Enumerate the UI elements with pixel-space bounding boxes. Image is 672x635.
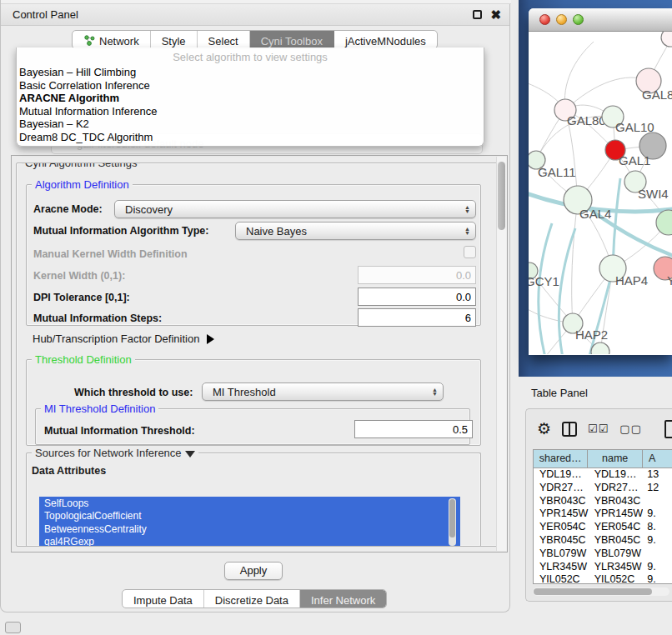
collapsed-panel-icon[interactable] bbox=[5, 622, 21, 633]
group-title: Algorithm Definition bbox=[32, 178, 133, 191]
table-row[interactable]: YBL079WYBL079W bbox=[534, 548, 672, 561]
hub-definition-expander[interactable]: Hub/Transcription Factor Definition bbox=[33, 332, 214, 345]
table-row[interactable]: YDR27…YDR27…12 bbox=[534, 482, 672, 495]
combo-value: Naive Bayes bbox=[246, 225, 307, 238]
column-header-name[interactable]: name bbox=[588, 450, 642, 468]
mi-threshold-input[interactable] bbox=[354, 420, 473, 438]
aracne-mode-label: Aracne Mode: bbox=[33, 203, 103, 215]
close-icon[interactable]: ✖ bbox=[490, 10, 501, 19]
settings-scrollbar[interactable] bbox=[496, 157, 506, 551]
close-light-icon[interactable] bbox=[539, 14, 550, 25]
algorithm-dropdown-list: Select algorithm to view settings Bayesi… bbox=[16, 48, 484, 147]
node-label-gal80: GAL80 bbox=[567, 113, 606, 128]
tab-network[interactable]: Network bbox=[73, 31, 151, 48]
cyni-algorithm-settings-group: Cyni Algorithm Settings Algorithm Defini… bbox=[16, 162, 498, 547]
stepper-arrows-icon: ▲▼ bbox=[464, 227, 470, 235]
dropdown-item-dream8-dc-tdc-algorithm[interactable]: Dream8 DC_TDC Algorithm bbox=[17, 131, 484, 144]
data-attributes-list[interactable]: SelfLoopsTopologicalCoefficientBetweenne… bbox=[39, 497, 460, 547]
attributes-scrollbar[interactable] bbox=[449, 498, 456, 546]
attribute-item-topologicalcoefficient[interactable]: TopologicalCoefficient bbox=[44, 510, 460, 522]
network-canvas[interactable]: GAL8GAL80GAL10GAL1GAL11SWI4GAL4GCY1HAP4Y… bbox=[529, 32, 672, 354]
dropdown-item-aracne-algorithm[interactable]: ARACNE Algorithm bbox=[17, 92, 484, 105]
manual-kernel-checkbox bbox=[464, 246, 476, 258]
table-cell: YIL052C bbox=[589, 573, 644, 584]
combo-value: MI Threshold bbox=[213, 386, 276, 398]
mi-type-label: Mutual Information Algorithm Type: bbox=[33, 225, 208, 237]
float-window-icon[interactable] bbox=[473, 10, 482, 19]
table-panel: ⚙ ☑☑ ▢▢ shared…nameA YDL19…YDL19…13YDR27… bbox=[525, 408, 672, 602]
attribute-item-gal4rgexp[interactable]: gal4RGexp bbox=[44, 536, 460, 547]
table-cell: YBL079W bbox=[589, 548, 644, 561]
node-label-gal4: GAL4 bbox=[579, 207, 611, 221]
table-cell bbox=[643, 495, 672, 508]
table-row[interactable]: YER054CYER054C8. bbox=[534, 521, 672, 534]
apply-button[interactable]: Apply bbox=[224, 562, 283, 580]
which-threshold-combo[interactable]: MI Threshold ▲▼ bbox=[202, 382, 444, 401]
control-panel-window: Control Panel ✖ NetworkStyleSelectCyni T… bbox=[0, 0, 510, 612]
control-panel-titlebar[interactable]: Control Panel ✖ bbox=[1, 4, 509, 26]
network-view-window[interactable]: GAL8GAL80GAL10GAL1GAL11SWI4GAL4GCY1HAP4Y… bbox=[529, 8, 672, 355]
tab-impute-data[interactable]: Impute Data bbox=[123, 590, 204, 608]
tab-cyni-toolbox[interactable]: Cyni Toolbox bbox=[250, 31, 334, 48]
sources-title[interactable]: Sources for Network Inference bbox=[32, 447, 198, 459]
mi-steps-label: Mutual Information Steps: bbox=[33, 312, 162, 324]
tab-style[interactable]: Style bbox=[151, 31, 198, 48]
unchecked-pair-icon[interactable]: ▢▢ bbox=[619, 422, 642, 435]
table-row[interactable]: YLR345WYLR345W9. bbox=[534, 561, 672, 574]
network-icon bbox=[83, 34, 95, 48]
dropdown-item-basic-correlation-inference[interactable]: Basic Correlation Inference bbox=[17, 79, 484, 92]
attribute-item-betweennesscentrality[interactable]: BetweennessCentrality bbox=[44, 523, 460, 536]
node-label-hap4: HAP4 bbox=[615, 273, 648, 288]
table-row[interactable]: YPR145WYPR145W9. bbox=[534, 508, 672, 521]
table-panel-title: Table Panel bbox=[531, 387, 588, 399]
dropdown-item-bayesian-hill-climbing[interactable]: Bayesian – Hill Climbing bbox=[17, 66, 484, 79]
table-horizontal-scrollbar[interactable] bbox=[533, 588, 669, 596]
table-cell: YER054C bbox=[534, 521, 589, 534]
aracne-mode-combo[interactable]: Discovery ▲▼ bbox=[114, 200, 476, 218]
table-cell: 9. bbox=[643, 561, 672, 574]
dpi-tolerance-label: DPI Tolerance [0,1]: bbox=[33, 292, 130, 303]
tab-infer-network[interactable]: Infer Network bbox=[300, 590, 386, 608]
tab-label: Network bbox=[99, 35, 139, 48]
table-cell: YDR27… bbox=[534, 482, 589, 495]
network-window-titlebar[interactable] bbox=[529, 8, 672, 32]
stepper-arrows-icon: ▲▼ bbox=[432, 388, 438, 396]
node-label-gal1: GAL1 bbox=[619, 153, 650, 168]
mi-algorithm-type-combo[interactable]: Naive Bayes ▲▼ bbox=[235, 222, 476, 240]
column-header-a[interactable]: A bbox=[643, 450, 672, 468]
columns-icon[interactable] bbox=[562, 422, 577, 437]
table-row[interactable]: YIL052CYIL052C9. bbox=[534, 573, 672, 584]
tab-select[interactable]: Select bbox=[198, 31, 250, 48]
attribute-item-selfloops[interactable]: SelfLoops bbox=[44, 498, 460, 510]
table-row[interactable]: YDL19…YDL19…13 bbox=[534, 468, 672, 482]
gear-icon[interactable]: ⚙ bbox=[537, 421, 551, 437]
table-cell: 13 bbox=[643, 468, 672, 482]
table-cell: YPR145W bbox=[534, 508, 589, 521]
table-row[interactable]: YBR045CYBR045C9. bbox=[534, 534, 672, 548]
bottom-tab-bar: Impute DataDiscretize DataInfer Network bbox=[122, 589, 387, 608]
table-row[interactable]: YBR043CYBR043C bbox=[534, 495, 672, 508]
network-node[interactable] bbox=[661, 32, 672, 47]
expand-arrow-icon[interactable] bbox=[207, 334, 214, 344]
table-panel-titlebar[interactable]: Table Panel bbox=[519, 377, 672, 407]
manual-kernel-label: Manual Kernel Width Definition bbox=[33, 248, 188, 260]
table-cell: YER054C bbox=[589, 521, 644, 534]
column-header-shared[interactable]: shared… bbox=[534, 450, 588, 468]
threshold-definition-group: Threshold Definition Which threshold to … bbox=[26, 359, 481, 446]
document-icon[interactable] bbox=[664, 420, 672, 438]
zoom-light-icon[interactable] bbox=[573, 14, 584, 25]
table-cell: YLR345W bbox=[589, 561, 644, 574]
checked-pair-icon[interactable]: ☑☑ bbox=[588, 422, 609, 435]
dropdown-item-bayesian-k2[interactable]: Bayesian – K2 bbox=[17, 118, 484, 131]
collapse-arrow-icon[interactable] bbox=[185, 451, 195, 458]
node-label-gal11: GAL11 bbox=[538, 165, 576, 179]
tab-discretize-data[interactable]: Discretize Data bbox=[204, 590, 300, 608]
mi-steps-input[interactable] bbox=[358, 308, 476, 327]
group-title: MI Threshold Definition bbox=[41, 402, 158, 415]
table-cell: 9. bbox=[643, 573, 672, 584]
dpi-tolerance-input[interactable] bbox=[358, 288, 476, 306]
minimize-light-icon[interactable] bbox=[556, 14, 567, 25]
tab-jactivemnodules[interactable]: jActiveMNodules bbox=[334, 31, 437, 48]
dropdown-item-mutual-information-inference[interactable]: Mutual Information Inference bbox=[17, 105, 484, 118]
network-node[interactable] bbox=[656, 210, 672, 235]
